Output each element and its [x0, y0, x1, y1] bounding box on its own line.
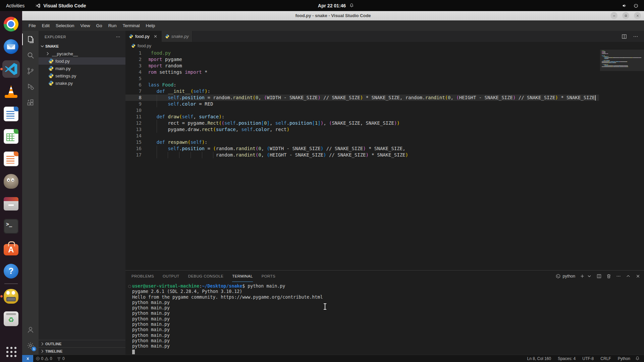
- explorer-more-actions-icon[interactable]: [115, 34, 121, 40]
- activitybar-settings[interactable]: 1: [22, 338, 39, 353]
- code-line-12[interactable]: 12 rect = pygame.Rect((self.position[0],…: [125, 120, 599, 126]
- dock-item-app-grid[interactable]: [3, 344, 19, 359]
- dock-item-libreoffice-impress[interactable]: [3, 151, 19, 167]
- status-eol[interactable]: CRLF: [597, 356, 614, 361]
- code-line-11[interactable]: 11 def draw(self, surface):: [125, 114, 599, 120]
- editor-more-actions-icon[interactable]: [633, 34, 639, 40]
- activities-button[interactable]: Activities: [5, 2, 26, 9]
- tab-food.py[interactable]: food.py: [125, 31, 162, 42]
- code-line-6[interactable]: 6class Food:: [125, 82, 599, 88]
- code-line-10[interactable]: 10: [125, 107, 599, 114]
- titlebar[interactable]: food.py - snake - Visual Studio Code: [22, 11, 644, 20]
- activitybar-explorer[interactable]: [22, 32, 39, 47]
- status-cursor-position[interactable]: Ln 8, Col 160: [524, 356, 554, 361]
- dock-item-thunderbird[interactable]: [3, 39, 19, 54]
- activitybar-extensions[interactable]: [22, 95, 39, 110]
- dock-item-ubuntu-software[interactable]: [3, 241, 19, 256]
- code-line-2[interactable]: 2import pygame: [125, 56, 599, 63]
- editor[interactable]: 1# food.py2import pygame3import random4f…: [125, 50, 644, 270]
- system-status-area[interactable]: [622, 3, 644, 8]
- command-decoration-icon[interactable]: [128, 285, 131, 288]
- minimize-button[interactable]: [610, 12, 618, 19]
- panel-tab-output[interactable]: OUTPUT: [163, 270, 179, 282]
- focused-app-menu[interactable]: Visual Studio Code: [35, 3, 86, 8]
- split-terminal-icon[interactable]: [596, 274, 602, 279]
- folder-section-snake[interactable]: SNAKE: [39, 43, 125, 50]
- dock-item-terminal[interactable]: [3, 219, 19, 234]
- dock-item-gimp[interactable]: [3, 174, 19, 189]
- file-tree-item-__pycache__[interactable]: __pycache__: [39, 50, 125, 57]
- remote-indicator[interactable]: [22, 355, 33, 362]
- clock-menu[interactable]: Apr 22 01:46: [318, 3, 354, 8]
- screen: Activities Visual Studio Code Apr 22 01:…: [0, 0, 644, 362]
- code-line-9[interactable]: 9 self.color = RED: [125, 101, 599, 107]
- line-number: 11: [125, 114, 142, 120]
- panel-tab-terminal[interactable]: TERMINAL: [232, 270, 253, 282]
- file-tree-item-snake.py[interactable]: snake.py: [39, 79, 125, 87]
- code-line-7[interactable]: 7 def __init__(self):: [125, 88, 599, 95]
- activitybar-search[interactable]: [22, 47, 39, 63]
- menu-selection[interactable]: Selection: [53, 23, 77, 28]
- code-line-14[interactable]: 14: [125, 133, 599, 139]
- dock-item-vscode[interactable]: [3, 61, 19, 77]
- code-line-13[interactable]: 13 pygame.draw.rect(surface, self.color,…: [125, 126, 599, 133]
- terminal-dropdown-icon[interactable]: [587, 274, 592, 279]
- dock-item-files[interactable]: [3, 196, 19, 212]
- activitybar-run-debug[interactable]: [22, 79, 39, 95]
- dock-item-libreoffice-writer[interactable]: [3, 106, 19, 122]
- code-line-17[interactable]: 17 random.randint(0, (HEIGHT - SNAKE_SIZ…: [125, 152, 599, 158]
- terminal-profile[interactable]: python: [555, 274, 575, 279]
- new-terminal-icon[interactable]: [580, 274, 585, 279]
- file-tree-item-main.py[interactable]: main.py: [39, 65, 125, 72]
- restore-button[interactable]: [622, 12, 629, 19]
- activitybar-source-control[interactable]: [22, 63, 39, 79]
- activitybar-account[interactable]: [22, 322, 39, 338]
- tab-snake.py[interactable]: snake.py: [162, 31, 193, 42]
- code-line-1[interactable]: 1# food.py: [125, 50, 599, 56]
- code-line-15[interactable]: 15 def respawn(self):: [125, 139, 599, 145]
- terminal[interactable]: user@user-virtual-machine:~/Desktop/snak…: [125, 282, 644, 355]
- close-button[interactable]: [634, 12, 641, 19]
- dock-item-help[interactable]: [3, 263, 19, 279]
- maximize-panel-icon[interactable]: [626, 274, 631, 279]
- dock-item-chrome[interactable]: [3, 16, 19, 32]
- dock-item-snake-game[interactable]: [3, 289, 19, 304]
- panel-tab-problems[interactable]: PROBLEMS: [131, 270, 154, 282]
- problems-status[interactable]: 0 0: [33, 355, 54, 362]
- status-encoding[interactable]: UTF-8: [579, 356, 597, 361]
- ports-status[interactable]: 0: [54, 355, 67, 362]
- panel-tab-debug-console[interactable]: DEBUG CONSOLE: [188, 270, 224, 282]
- menu-go[interactable]: Go: [93, 23, 105, 28]
- file-tree-item-food.py[interactable]: food.py: [39, 57, 125, 65]
- dock-item-libreoffice-calc[interactable]: [3, 129, 19, 144]
- status-indentation[interactable]: Spaces: 4: [554, 356, 579, 361]
- menu-edit[interactable]: Edit: [39, 23, 53, 28]
- code-line-8[interactable]: 8 self.position = random.randint(0, (WID…: [125, 95, 599, 101]
- close-panel-icon[interactable]: [635, 274, 641, 279]
- code-line-16[interactable]: 16 self.position = (random.randint(0, (W…: [125, 145, 599, 152]
- menu-run[interactable]: Run: [105, 23, 120, 28]
- menu-view[interactable]: View: [77, 23, 93, 28]
- token: pygame: [162, 57, 182, 62]
- code-line-5[interactable]: 5: [125, 75, 599, 82]
- menu-file[interactable]: File: [25, 23, 39, 28]
- sidebar-section-timeline[interactable]: TIMELINE: [39, 347, 125, 355]
- breadcrumb[interactable]: food.py: [125, 42, 644, 50]
- statusbar-bell-icon[interactable]: [635, 356, 640, 361]
- code-line-3[interactable]: 3import random: [125, 63, 599, 69]
- kill-terminal-icon[interactable]: [606, 274, 611, 279]
- menu-help[interactable]: Help: [143, 23, 158, 28]
- split-editor-icon[interactable]: [621, 34, 627, 40]
- dock-item-vlc[interactable]: [3, 84, 19, 99]
- close-tab-icon[interactable]: [153, 34, 158, 39]
- panel-more-actions-icon[interactable]: [616, 274, 621, 279]
- terminal-profile-icon: [555, 274, 561, 279]
- minimap[interactable]: [602, 50, 641, 67]
- status-language-mode[interactable]: Python: [614, 356, 634, 361]
- menu-terminal[interactable]: Terminal: [119, 23, 143, 28]
- code-line-4[interactable]: 4from settings import *: [125, 69, 599, 75]
- panel-tab-ports[interactable]: PORTS: [262, 270, 275, 282]
- dock-item-trash[interactable]: [3, 311, 19, 326]
- sidebar-section-outline[interactable]: OUTLINE: [39, 340, 125, 347]
- file-tree-item-settings.py[interactable]: settings.py: [39, 72, 125, 79]
